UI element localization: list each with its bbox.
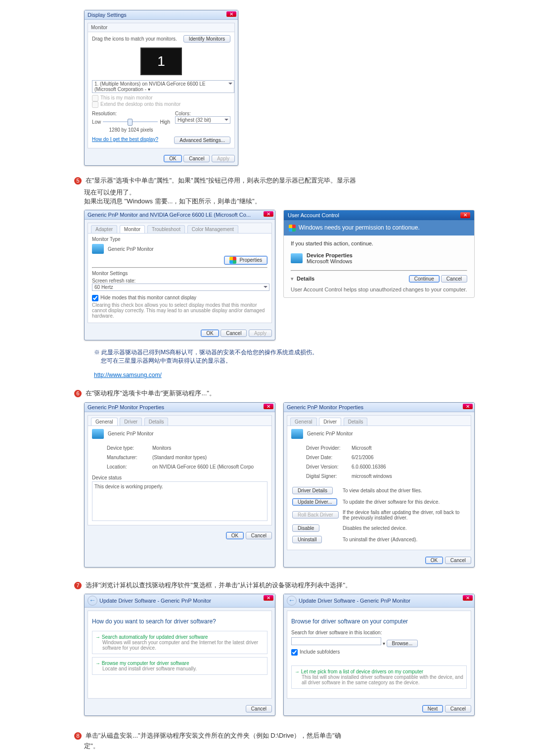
monitor-icon: [92, 429, 104, 439]
update-driver-button[interactable]: Update Driver...: [292, 498, 337, 506]
monitor-icon: [92, 244, 104, 254]
disable-button[interactable]: Disable: [292, 524, 319, 532]
uninstall-button[interactable]: Uninstall: [292, 536, 322, 543]
ok-button[interactable]: OK: [164, 155, 181, 162]
search-automatically-option[interactable]: → Search automatically for updated drive…: [92, 631, 267, 654]
monitor-icon: [291, 429, 303, 439]
details-toggle[interactable]: Details: [297, 276, 314, 282]
close-icon[interactable]: ✕: [463, 404, 473, 409]
back-icon[interactable]: ←: [287, 596, 297, 606]
continue-button[interactable]: Continue: [409, 275, 440, 283]
window-title: Display Settings: [85, 10, 238, 20]
close-icon[interactable]: ✕: [460, 212, 470, 218]
samsung-link[interactable]: http://www.samsung.com/: [94, 372, 162, 378]
cancel-button[interactable]: Cancel: [246, 705, 272, 712]
step-6-badge: 6: [74, 390, 82, 397]
close-icon[interactable]: ✕: [264, 211, 273, 217]
tab-troubleshoot[interactable]: Troubleshoot: [147, 225, 185, 233]
apply-button: Apply: [249, 330, 272, 337]
cancel-button[interactable]: Cancel: [246, 532, 272, 539]
pnp-properties-driver: Generic PnP Monitor Properties✕ General …: [283, 402, 475, 567]
apply-button: Apply: [212, 155, 235, 162]
step-8-badge: 8: [74, 732, 82, 740]
update-driver-wizard-search: ←Update Driver Software - Generic PnP Mo…: [84, 594, 275, 716]
browse-computer-option[interactable]: → Browse my computer for driver software…: [92, 657, 267, 675]
tab-driver[interactable]: Driver: [120, 418, 142, 425]
tab-adapter[interactable]: Adapter: [91, 225, 117, 233]
rollback-driver-button: Roll Back Driver: [292, 511, 339, 519]
monitor-picker[interactable]: 1. (Multiple Monitors) on NVIDIA GeForce…: [92, 80, 234, 93]
colors-select[interactable]: Highest (32 bit): [175, 116, 230, 124]
back-icon[interactable]: ←: [88, 596, 97, 606]
cancel-button[interactable]: Cancel: [445, 557, 471, 564]
update-driver-wizard-browse: ←Update Driver Software - Generic PnP Mo…: [283, 594, 475, 716]
browse-button[interactable]: Browse...: [387, 640, 418, 647]
cancel-button[interactable]: Cancel: [221, 330, 247, 337]
tab-monitor[interactable]: Monitor: [88, 23, 234, 32]
chevron-down-icon[interactable]: ▾: [291, 276, 294, 282]
tab-general[interactable]: General: [290, 418, 317, 425]
location-input[interactable]: [291, 637, 381, 645]
driver-details-button[interactable]: Driver Details: [292, 487, 333, 494]
uac-title: User Account Control: [288, 212, 339, 218]
hide-modes-checkbox[interactable]: [92, 295, 98, 301]
include-subfolders-checkbox[interactable]: [291, 649, 298, 656]
tab-general[interactable]: General: [91, 418, 118, 425]
cancel-button[interactable]: Cancel: [183, 155, 210, 162]
next-button[interactable]: Next: [422, 705, 444, 712]
identify-monitors-button[interactable]: Identify Monitors: [183, 35, 230, 43]
refresh-rate-select[interactable]: 60 Hertz: [92, 284, 269, 291]
close-icon[interactable]: ✕: [264, 595, 273, 601]
close-icon[interactable]: ✕: [226, 11, 236, 17]
tab-monitor[interactable]: Monitor: [120, 225, 145, 233]
device-icon: [291, 253, 303, 263]
monitor-properties-window: Generic PnP Monitor and NVIDIA GeForce 6…: [84, 210, 275, 340]
pnp-properties-general: Generic PnP Monitor Properties✕ General …: [84, 402, 275, 567]
tab-details[interactable]: Details: [144, 418, 169, 425]
resolution-slider[interactable]: [103, 121, 158, 122]
advanced-settings-button[interactable]: Advanced Settings...: [174, 137, 230, 144]
shield-icon: [229, 257, 236, 264]
display-settings-window: Display Settings ✕ Monitor Drag the icon…: [84, 10, 238, 166]
ok-button[interactable]: OK: [226, 532, 244, 539]
ok-button[interactable]: OK: [201, 330, 219, 337]
step-7-badge: 7: [74, 582, 82, 589]
step-5-badge: 5: [74, 177, 82, 185]
cancel-button[interactable]: Cancel: [445, 705, 471, 712]
tab-color-management[interactable]: Color Management: [187, 225, 238, 233]
ok-button[interactable]: OK: [425, 557, 443, 564]
cancel-button[interactable]: Cancel: [441, 275, 467, 283]
close-icon[interactable]: ✕: [264, 404, 273, 409]
drag-instruction: Drag the icons to match your monitors.: [92, 36, 177, 42]
tab-driver[interactable]: Driver: [319, 418, 341, 425]
close-icon[interactable]: ✕: [463, 595, 473, 601]
uac-dialog: User Account Control✕ Windows needs your…: [283, 210, 475, 298]
properties-button[interactable]: Properties: [224, 256, 267, 265]
let-me-pick-option[interactable]: → Let me pick from a list of device driv…: [291, 665, 467, 689]
help-link[interactable]: How do I get the best display?: [92, 137, 158, 144]
shield-icon: [289, 225, 296, 232]
tab-details[interactable]: Details: [344, 418, 368, 425]
monitor-preview[interactable]: 1: [140, 47, 182, 75]
